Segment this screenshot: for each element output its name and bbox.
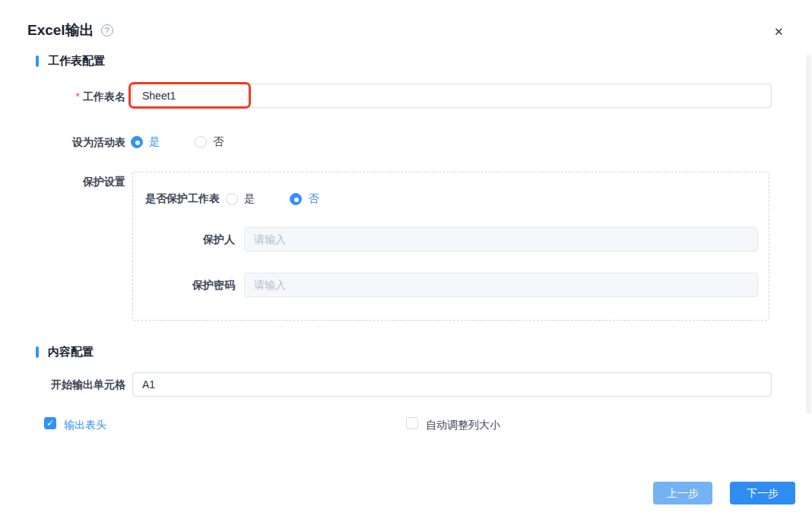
radio-off-icon[interactable] xyxy=(226,193,238,205)
start-cell-label: 开始输出单元格 xyxy=(0,378,125,392)
protect-sheet-row: 是否保护工作表 是 否 xyxy=(145,192,319,206)
close-icon[interactable]: ✕ xyxy=(774,25,784,39)
previous-step-button[interactable]: 上一步 xyxy=(653,482,712,504)
start-cell-input[interactable] xyxy=(132,372,772,397)
dialog-header: Excel输出 ? xyxy=(27,21,113,40)
radio-on-icon[interactable] xyxy=(290,193,302,205)
section-accent-bar xyxy=(36,55,39,67)
active-sheet-label: 设为活动表 xyxy=(0,136,125,150)
protection-settings-label: 保护设置 xyxy=(0,176,125,189)
protector-label: 保护人 xyxy=(145,233,235,247)
next-step-button[interactable]: 下一步 xyxy=(730,482,795,504)
check-icon: ✓ xyxy=(46,419,54,428)
auto-fit-columns-checkbox-label[interactable]: 自动调整列大小 xyxy=(426,419,500,432)
required-asterisk: * xyxy=(76,90,80,103)
page-title: Excel输出 xyxy=(27,21,94,40)
section-content-config: 内容配置 xyxy=(36,345,94,359)
protect-password-label: 保护密码 xyxy=(145,279,235,293)
section-accent-bar xyxy=(36,346,39,358)
section-title: 内容配置 xyxy=(48,345,94,359)
active-sheet-radio-group: 是 否 xyxy=(131,135,224,149)
protection-settings-panel: 是否保护工作表 是 否 保护人 保护密码 xyxy=(132,172,769,321)
radio-protect-yes[interactable]: 是 xyxy=(226,192,255,206)
sheet-name-input[interactable] xyxy=(132,84,772,108)
radio-on-icon[interactable] xyxy=(131,136,143,148)
auto-fit-columns-checkbox[interactable] xyxy=(406,417,418,429)
radio-off-icon[interactable] xyxy=(195,136,207,148)
help-icon[interactable]: ? xyxy=(101,24,113,36)
scrollbar[interactable] xyxy=(806,55,811,414)
section-title: 工作表配置 xyxy=(48,54,105,68)
output-header-checkbox-label[interactable]: 输出表头 xyxy=(64,419,106,432)
radio-active-no[interactable]: 否 xyxy=(195,135,224,149)
output-header-checkbox[interactable]: ✓ xyxy=(44,417,56,429)
protector-input[interactable] xyxy=(244,227,758,251)
radio-active-yes[interactable]: 是 xyxy=(131,135,160,149)
protect-sheet-label: 是否保护工作表 xyxy=(145,192,220,206)
radio-protect-no[interactable]: 否 xyxy=(290,192,319,206)
sheet-name-label: *工作表名 xyxy=(0,90,125,104)
protect-password-input[interactable] xyxy=(244,273,758,297)
section-worksheet-config: 工作表配置 xyxy=(36,54,105,68)
excel-output-dialog: Excel输出 ? ✕ 工作表配置 *工作表名 设为活动表 是 否 保护设置 是… xyxy=(0,0,812,525)
